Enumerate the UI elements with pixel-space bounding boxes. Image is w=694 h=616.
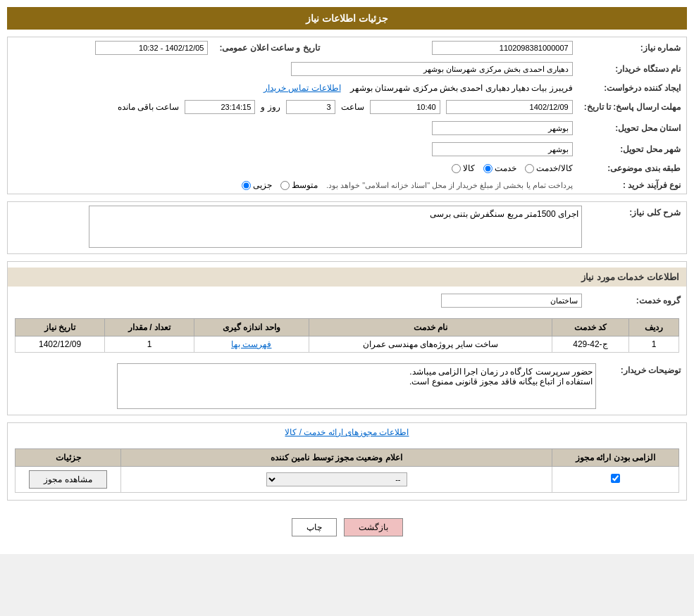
deadline-date-input[interactable]	[446, 100, 573, 114]
status-select[interactable]: --	[266, 472, 407, 486]
description-label: شرح کلی نیاز:	[588, 202, 686, 253]
date-label: تاریخ و ساعت اعلان عمومی:	[213, 37, 325, 58]
radio-kala-khadamat[interactable]: کالا/خدمت	[525, 163, 572, 173]
description-cell: اجرای 1500متر مربع سنگفرش بتنی برسی	[8, 202, 588, 253]
cell-unit[interactable]: فهرست بها	[194, 337, 309, 353]
table-row: شماره نیاز: تاریخ و ساعت اعلان عمومی:	[8, 37, 686, 58]
permits-section: اطلاعات مجوزهای ارائه خدمت / کالا الزامی…	[7, 422, 687, 501]
description-section: شرح کلی نیاز: اجرای 1500متر مربع سنگفرش …	[7, 201, 687, 254]
cell-count: 1	[105, 337, 194, 353]
description-textarea[interactable]: اجرای 1500متر مربع سنگفرش بتنی برسی	[89, 206, 582, 248]
col-required: الزامی بودن ارائه مجوز	[552, 449, 679, 467]
radio-jozi-label: جزیی	[253, 180, 272, 190]
table-row: نام دستگاه خریدار:	[8, 58, 686, 80]
service-group-cell	[8, 290, 588, 311]
creator-label: ایجاد کننده درخواست:	[578, 80, 686, 96]
org-name-input[interactable]	[291, 62, 573, 76]
radio-kala[interactable]: کالا	[452, 163, 475, 173]
radio-khadamat-input[interactable]	[483, 164, 492, 173]
col-name: نام خدمت	[309, 319, 552, 337]
org-name-label: نام دستگاه خریدار:	[578, 58, 686, 80]
col-code: کد خدمت	[552, 319, 628, 337]
creator-link[interactable]: اطلاعات تماس خریدار	[264, 83, 341, 93]
radio-jozi-input[interactable]	[242, 181, 251, 190]
description-table: شرح کلی نیاز: اجرای 1500متر مربع سنگفرش …	[8, 202, 686, 253]
permits-link[interactable]: اطلاعات مجوزهای ارائه خدمت / کالا	[8, 423, 686, 441]
table-row: طبقه بندی موضوعی: کالا/خدمت خدمت کالا	[8, 160, 686, 177]
table-row: استان محل تحویل:	[8, 118, 686, 139]
service-group-table: گروه خدمت:	[8, 290, 686, 311]
radio-khadamat[interactable]: خدمت	[483, 163, 516, 173]
radio-jozi[interactable]: جزیی	[242, 180, 272, 190]
deadline-days-input[interactable]	[286, 100, 335, 114]
service-group-input[interactable]	[441, 294, 582, 308]
radio-motavaset[interactable]: متوسط	[280, 180, 318, 190]
deadline-remaining-input[interactable]	[185, 100, 255, 114]
province-label: استان محل تحویل:	[578, 118, 686, 139]
deadline-days-label: روز و	[261, 102, 280, 112]
radio-kala-khadamat-input[interactable]	[525, 164, 534, 173]
col-unit: واحد اندازه گیری	[194, 319, 309, 337]
page-title: جزئیات اطلاعات نیاز	[7, 7, 687, 30]
need-number-input[interactable]	[432, 41, 573, 55]
province-input[interactable]	[432, 121, 573, 135]
col-details: جزئیات	[16, 449, 121, 467]
purchase-type-cell: پرداخت تمام یا بخشی از مبلغ خریدار از مح…	[8, 177, 578, 194]
deadline-label: مهلت ارسال پاسخ: تا تاریخ:	[578, 96, 686, 118]
permits-table-head: الزامی بودن ارائه مجوز اعلام وضعیت مجوز …	[16, 449, 679, 467]
radio-motavaset-input[interactable]	[280, 181, 290, 190]
main-info-section: شماره نیاز: تاریخ و ساعت اعلان عمومی: نا…	[7, 37, 687, 194]
page-wrapper: جزئیات اطلاعات نیاز شماره نیاز: تاریخ و …	[0, 0, 694, 554]
col-count: تعداد / مقدار	[105, 319, 194, 337]
category-cell: کالا/خدمت خدمت کالا	[8, 160, 578, 177]
service-group-row: گروه خدمت:	[8, 290, 686, 311]
date-cell	[8, 37, 213, 58]
services-table-body: 1 ج-42-429 ساخت سایر پروژه‌های مهندسی عم…	[16, 337, 679, 353]
buyer-notes-textarea[interactable]: حضور سرپرست کارگاه در زمان اجرا الزامی م…	[117, 363, 596, 409]
notes-row: توضیحات خریدار: حضور سرپرست کارگاه در زم…	[8, 360, 686, 415]
radio-motavaset-label: متوسط	[292, 180, 318, 190]
table-row: -- مشاهده مجوز	[16, 467, 679, 493]
creator-value: فریبرز بیات دهیار دهیاری احمدی بخش مرکزی…	[350, 83, 573, 93]
print-button[interactable]: چاپ	[292, 518, 337, 536]
radio-kala-input[interactable]	[452, 164, 461, 173]
cell-date: 1402/12/09	[16, 337, 105, 353]
category-radio-group: کالا/خدمت خدمت کالا	[13, 163, 573, 173]
view-permit-button[interactable]: مشاهده مجوز	[29, 470, 106, 489]
city-label: شهر محل تحویل:	[578, 139, 686, 160]
radio-kala-label: کالا	[463, 163, 475, 173]
deadline-cell: ساعت باقی مانده روز و ساعت	[8, 96, 578, 118]
radio-kala-khadamat-label: کالا/خدمت	[536, 163, 572, 173]
table-row: 1 ج-42-429 ساخت سایر پروژه‌های مهندسی عم…	[16, 337, 679, 353]
deadline-remaining-label: ساعت باقی مانده	[118, 102, 180, 112]
province-cell	[8, 118, 578, 139]
service-group-label: گروه خدمت:	[588, 290, 686, 311]
purchase-type-label: نوع فرآیند خرید :	[578, 177, 686, 194]
org-name-cell	[8, 58, 578, 80]
cell-name: ساخت سایر پروژه‌های مهندسی عمران	[309, 337, 552, 353]
col-status: اعلام وضعیت مجوز توسط نامین کننده	[121, 449, 552, 467]
table-row: نوع فرآیند خرید : پرداخت تمام یا بخشی از…	[8, 177, 686, 194]
permits-table-body: -- مشاهده مجوز	[16, 467, 679, 493]
permits-data-table: الزامی بودن ارائه مجوز اعلام وضعیت مجوز …	[15, 448, 679, 493]
city-input[interactable]	[432, 142, 573, 156]
need-number-label: شماره نیاز:	[578, 37, 686, 58]
unit-link[interactable]: فهرست بها	[231, 339, 271, 349]
purchase-type-radio-group: پرداخت تمام یا بخشی از مبلغ خریدار از مح…	[13, 180, 573, 190]
required-cell	[552, 467, 679, 493]
buyer-notes-cell: حضور سرپرست کارگاه در زمان اجرا الزامی م…	[8, 360, 602, 415]
bottom-buttons: بازگشت چاپ	[7, 508, 687, 547]
notes-table: توضیحات خریدار: حضور سرپرست کارگاه در زم…	[8, 360, 686, 415]
need-number-cell	[326, 37, 578, 58]
radio-khadamat-label: خدمت	[495, 163, 516, 173]
services-table-head: ردیف کد خدمت نام خدمت واحد اندازه گیری ت…	[16, 319, 679, 337]
description-row: شرح کلی نیاز: اجرای 1500متر مربع سنگفرش …	[8, 202, 686, 253]
deadline-time-input[interactable]	[370, 100, 440, 114]
table-row: شهر محل تحویل:	[8, 139, 686, 160]
services-header-row: ردیف کد خدمت نام خدمت واحد اندازه گیری ت…	[16, 319, 679, 337]
buyer-notes-label: توضیحات خریدار:	[602, 360, 686, 415]
required-checkbox[interactable]	[611, 474, 620, 483]
col-row: ردیف	[629, 319, 679, 337]
date-input[interactable]	[95, 41, 208, 55]
back-button[interactable]: بازگشت	[344, 518, 403, 536]
